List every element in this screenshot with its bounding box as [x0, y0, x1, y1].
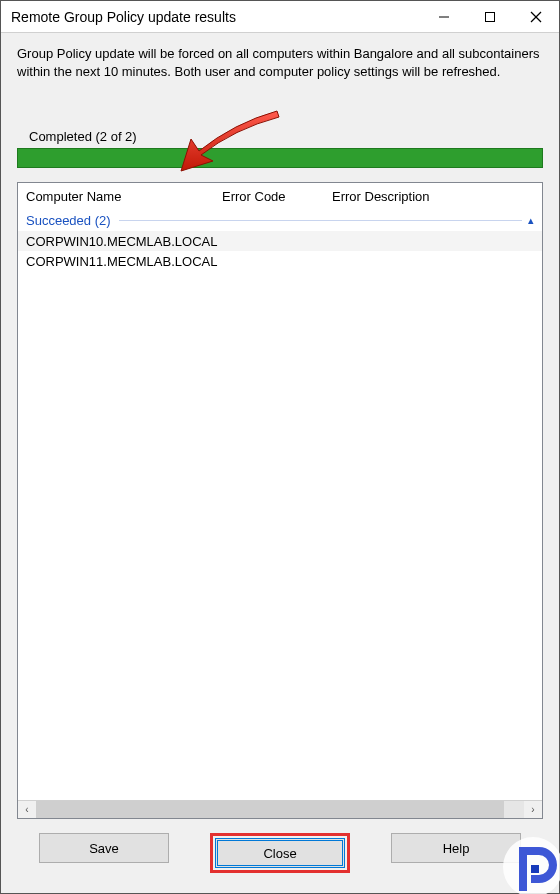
results-list: Computer Name Error Code Error Descripti…: [17, 182, 543, 819]
column-header-desc[interactable]: Error Description: [332, 189, 542, 204]
scroll-right-icon[interactable]: ›: [524, 801, 542, 818]
table-row[interactable]: CORPWIN11.MECMLAB.LOCAL: [18, 251, 542, 271]
group-succeeded[interactable]: Succeeded (2) ▴: [18, 209, 542, 231]
titlebar: Remote Group Policy update results: [1, 1, 559, 33]
scroll-thumb[interactable]: [36, 801, 504, 818]
group-divider: [119, 220, 522, 221]
list-header: Computer Name Error Code Error Descripti…: [18, 183, 542, 209]
list-body: CORPWIN10.MECMLAB.LOCAL CORPWIN11.MECMLA…: [18, 231, 542, 800]
group-label: Succeeded (2): [18, 213, 111, 228]
window-frame: Remote Group Policy update results Group…: [0, 0, 560, 894]
description-text: Group Policy update will be forced on al…: [17, 45, 543, 81]
close-window-button[interactable]: [513, 1, 559, 32]
column-header-name[interactable]: Computer Name: [22, 189, 222, 204]
close-button[interactable]: Close: [215, 838, 345, 868]
minimize-button[interactable]: [421, 1, 467, 32]
button-row: Save Close Help: [17, 833, 543, 893]
scroll-left-icon[interactable]: ‹: [18, 801, 36, 818]
maximize-button[interactable]: [467, 1, 513, 32]
collapse-icon: ▴: [528, 214, 542, 227]
progress-bar: [17, 148, 543, 168]
cell-computer-name: CORPWIN11.MECMLAB.LOCAL: [22, 254, 222, 269]
horizontal-scrollbar[interactable]: ‹ ›: [18, 800, 542, 818]
help-button[interactable]: Help: [391, 833, 521, 863]
window-title: Remote Group Policy update results: [11, 9, 421, 25]
scroll-track[interactable]: [36, 801, 524, 818]
annotation-highlight: Close: [210, 833, 350, 873]
save-button[interactable]: Save: [39, 833, 169, 863]
svg-rect-1: [486, 12, 495, 21]
cell-computer-name: CORPWIN10.MECMLAB.LOCAL: [22, 234, 222, 249]
content-area: Group Policy update will be forced on al…: [1, 33, 559, 893]
column-header-code[interactable]: Error Code: [222, 189, 332, 204]
table-row[interactable]: CORPWIN10.MECMLAB.LOCAL: [18, 231, 542, 251]
window-controls: [421, 1, 559, 32]
progress-label: Completed (2 of 2): [29, 129, 543, 144]
